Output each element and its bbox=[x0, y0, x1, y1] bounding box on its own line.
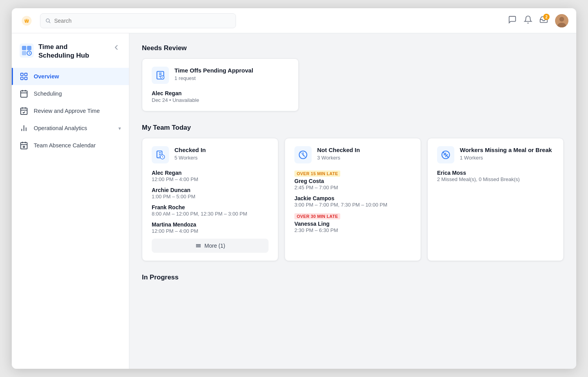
review-approve-label: Review and Approve Time bbox=[34, 108, 100, 114]
scheduling-icon bbox=[20, 89, 28, 98]
time-off-icon-wrap bbox=[152, 67, 169, 84]
missing-meal-icon bbox=[441, 150, 451, 160]
svg-rect-16 bbox=[21, 108, 27, 115]
svg-rect-14 bbox=[25, 77, 27, 80]
svg-point-4 bbox=[559, 17, 564, 22]
topbar-right: 2 bbox=[508, 14, 568, 27]
svg-rect-13 bbox=[21, 77, 23, 80]
card-header: Time Offs Pending Approval 1 request bbox=[152, 67, 289, 84]
worker-archie-duncan: Archie Duncan 1:00 PM – 5:00 PM bbox=[152, 187, 269, 199]
time-off-title: Time Offs Pending Approval bbox=[174, 67, 253, 74]
time-off-icon bbox=[155, 70, 165, 80]
review-approve-icon bbox=[20, 107, 28, 115]
worker-vanessa-ling: OVER 30 MIN LATE Vanessa Ling 2:30 PM – … bbox=[294, 212, 411, 233]
in-progress-section: In Progress bbox=[142, 274, 564, 281]
not-checked-in-header: Not Checked In 3 Workers bbox=[294, 146, 411, 163]
not-checked-in-card: Not Checked In 3 Workers OVER 15 MIN LAT… bbox=[285, 138, 421, 261]
inbox-icon[interactable]: 2 bbox=[539, 15, 548, 26]
checked-in-count: 5 Workers bbox=[174, 155, 206, 161]
not-checked-in-count: 3 Workers bbox=[317, 155, 360, 161]
scheduling-label: Scheduling bbox=[34, 91, 62, 97]
needs-review-section: Needs Review Time Offs Pendin bbox=[142, 44, 564, 111]
workday-logo: w bbox=[20, 14, 34, 28]
absence-label: Team Absence Calendar bbox=[34, 142, 96, 149]
not-checked-in-icon-wrap bbox=[294, 146, 312, 163]
overview-icon bbox=[20, 72, 28, 81]
worker-name: Vanessa Ling bbox=[294, 221, 411, 227]
inbox-badge: 2 bbox=[543, 14, 550, 20]
list-icon bbox=[195, 243, 201, 249]
missing-meal-card: Workers Missing a Meal or Break 1 Worker… bbox=[427, 138, 564, 261]
body-layout: Time and Scheduling Hub Overvi bbox=[12, 33, 576, 369]
sidebar-item-scheduling[interactable]: Scheduling bbox=[12, 85, 129, 102]
checked-in-icon-wrap bbox=[152, 146, 169, 163]
worker-jackie-campos: Jackie Campos 3:00 PM – 7:00 PM, 7:30 PM… bbox=[294, 195, 411, 208]
worker-time: 2:45 PM – 7:00 PM bbox=[294, 185, 411, 190]
person-name: Alec Regan bbox=[152, 90, 289, 96]
card-text: Time Offs Pending Approval 1 request bbox=[174, 67, 253, 81]
worker-name: Martina Mendoza bbox=[152, 221, 269, 228]
not-checked-in-title: Not Checked In bbox=[317, 146, 360, 154]
checked-in-header: Checked In 5 Workers bbox=[152, 146, 269, 163]
checked-in-title: Checked In bbox=[174, 146, 206, 154]
missing-meal-title: Workers Missing a Meal or Break bbox=[460, 146, 552, 154]
sidebar-header: Time and Scheduling Hub bbox=[12, 38, 129, 66]
worker-name: Alec Regan bbox=[152, 170, 269, 176]
missing-meal-icon-wrap bbox=[437, 146, 454, 163]
svg-rect-7 bbox=[22, 46, 26, 50]
missing-meal-header: Workers Missing a Meal or Break 1 Worker… bbox=[437, 146, 554, 163]
worker-time: 3:00 PM – 7:00 PM, 7:30 PM – 10:00 PM bbox=[294, 202, 411, 208]
main-content: Needs Review Time Offs Pendin bbox=[129, 33, 576, 369]
absence-calendar-icon bbox=[20, 141, 28, 150]
missing-meal-count: 1 Workers bbox=[460, 155, 552, 161]
worker-erica-moss: Erica Moss 2 Missed Meal(s), 0 Missed Br… bbox=[437, 170, 554, 182]
analytics-label: Operational Analytics bbox=[34, 125, 87, 131]
sidebar-item-review-approve[interactable]: Review and Approve Time bbox=[12, 102, 129, 120]
worker-time: 8:00 AM – 12:00 PM, 12:30 PM – 3:00 PM bbox=[152, 211, 269, 217]
worker-name: Frank Roche bbox=[152, 204, 269, 210]
sidebar-item-team-absence[interactable]: Team Absence Calendar bbox=[12, 137, 129, 154]
notifications-icon[interactable] bbox=[524, 15, 532, 26]
team-today-title: My Team Today bbox=[142, 124, 564, 132]
topbar: w bbox=[12, 8, 576, 33]
in-progress-title: In Progress bbox=[142, 274, 564, 281]
not-checked-title-wrap: Not Checked In 3 Workers bbox=[317, 146, 360, 161]
worker-name: Archie Duncan bbox=[152, 187, 269, 193]
worker-time: 2:30 PM – 6:30 PM bbox=[294, 227, 411, 233]
time-off-subtitle: 1 request bbox=[174, 75, 253, 81]
analytics-chevron-icon: ▾ bbox=[118, 125, 121, 131]
overview-label: Overview bbox=[34, 73, 59, 80]
sidebar-nav: Overview Scheduling Review and bbox=[12, 66, 129, 156]
needs-review-title: Needs Review bbox=[142, 44, 564, 52]
more-label: More (1) bbox=[205, 243, 225, 249]
hub-icon bbox=[20, 44, 34, 58]
checked-in-icon bbox=[155, 150, 165, 160]
svg-rect-15 bbox=[21, 91, 27, 98]
sidebar-item-overview[interactable]: Overview bbox=[12, 68, 129, 85]
worker-time: 12:00 PM – 4:00 PM bbox=[152, 176, 269, 182]
sidebar: Time and Scheduling Hub Overvi bbox=[12, 33, 129, 369]
sidebar-collapse-button[interactable] bbox=[112, 43, 121, 54]
app-window: w bbox=[12, 8, 576, 369]
user-avatar[interactable] bbox=[555, 14, 568, 27]
svg-rect-12 bbox=[25, 73, 27, 76]
worker-alec-regan: Alec Regan 12:00 PM – 4:00 PM bbox=[152, 170, 269, 182]
team-today-section: My Team Today bbox=[142, 124, 564, 261]
worker-greg-costa: OVER 15 MIN LATE Greg Costa 2:45 PM – 7:… bbox=[294, 170, 411, 190]
sidebar-item-operational-analytics[interactable]: Operational Analytics ▾ bbox=[12, 120, 129, 137]
svg-rect-9 bbox=[22, 51, 26, 55]
worker-name: Jackie Campos bbox=[294, 195, 411, 201]
search-bar[interactable] bbox=[40, 13, 236, 28]
svg-rect-11 bbox=[21, 73, 23, 76]
svg-point-18 bbox=[23, 146, 25, 148]
missing-meal-title-wrap: Workers Missing a Meal or Break 1 Worker… bbox=[460, 146, 552, 161]
chat-icon[interactable] bbox=[508, 15, 517, 26]
needs-review-card[interactable]: Time Offs Pending Approval 1 request Ale… bbox=[142, 58, 299, 111]
person-detail: Dec 24 • Unavailable bbox=[152, 97, 289, 103]
worker-time: 1:00 PM – 5:00 PM bbox=[152, 194, 269, 199]
svg-rect-6 bbox=[20, 44, 34, 58]
search-input[interactable] bbox=[54, 18, 231, 24]
more-button[interactable]: More (1) bbox=[152, 239, 269, 253]
worker-martina-mendoza: Martina Mendoza 12:00 PM – 4:00 PM bbox=[152, 221, 269, 234]
time-off-person: Alec Regan Dec 24 • Unavailable bbox=[152, 90, 289, 103]
